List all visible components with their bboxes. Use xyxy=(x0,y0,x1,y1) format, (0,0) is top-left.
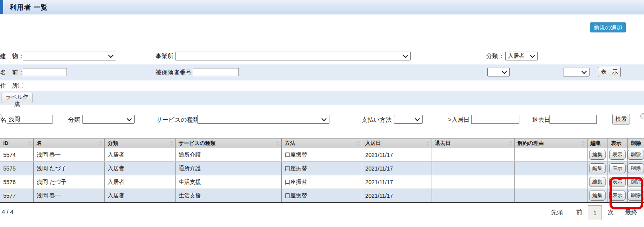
filter-small-select-1[interactable] xyxy=(487,68,510,76)
name-filter-input[interactable] xyxy=(23,68,67,76)
show-button[interactable]: 表 示 xyxy=(598,67,621,77)
add-new-button[interactable]: 新規の追加 xyxy=(590,22,626,32)
payment-method-label: 支払い方法 xyxy=(361,116,392,124)
moveout-date-input[interactable] xyxy=(549,115,597,124)
service-type-select[interactable] xyxy=(197,115,329,124)
col-header-reason[interactable]: 解約の理由 xyxy=(514,139,587,148)
cell-movein: 2021/11/17 xyxy=(362,175,432,189)
col-header-service[interactable]: サービスの種類 xyxy=(175,139,281,148)
cell-method: 口座振替 xyxy=(281,162,362,175)
cell-method: 口座振替 xyxy=(281,148,362,162)
name-filter-label: 名 前： xyxy=(0,69,24,76)
moveout-date-label: 退去日 xyxy=(532,116,550,124)
edit-button[interactable]: 編集 xyxy=(589,163,606,173)
sort-icon xyxy=(170,141,173,146)
search-button[interactable]: 検索 xyxy=(612,114,630,125)
title-accent-bar xyxy=(0,0,3,14)
sort-icon xyxy=(276,141,279,146)
cell-reason xyxy=(514,189,587,203)
view-button[interactable]: 表示 xyxy=(609,163,626,173)
table-row: 5577浅岡 春一入居者生活支援口座振替2021/11/17編集表示削除 xyxy=(0,189,644,203)
cell-reason xyxy=(514,162,587,175)
address-checkbox[interactable] xyxy=(18,83,23,88)
edit-button[interactable]: 編集 xyxy=(589,150,606,160)
delete-button[interactable]: 削除 xyxy=(628,150,644,160)
cell-name: 浅岡 春一 xyxy=(33,148,104,162)
search-name-input[interactable] xyxy=(7,115,52,124)
view-button-cell: 表示 xyxy=(608,175,627,189)
right-edge-help-icon[interactable] xyxy=(640,113,644,119)
edit-button-cell: 編集 xyxy=(587,175,608,189)
results-table: ID 名 分類 サービスの種類 方法 入居日 退去日 解約の理由 編集 表示 削… xyxy=(0,138,644,203)
cell-movein: 2021/11/17 xyxy=(362,189,432,203)
page-title: 利用者 一覧 xyxy=(10,3,48,12)
insured-no-label: 被保険者番号： xyxy=(155,69,198,76)
office-select[interactable] xyxy=(175,52,411,60)
cell-reason xyxy=(514,148,587,162)
service-type-label: サービスの種類 xyxy=(156,116,199,124)
category-filter-label: 分類： xyxy=(486,52,504,60)
pagination-first[interactable]: 先頭 xyxy=(551,209,563,216)
col-header-category[interactable]: 分類 xyxy=(104,139,175,148)
table-body: 5574浅岡 春一入居者通所介護口座振替2021/11/17編集表示削除5575… xyxy=(0,148,644,203)
payment-method-select[interactable] xyxy=(394,115,423,124)
view-button[interactable]: 表示 xyxy=(609,177,626,187)
col-header-name[interactable]: 名 xyxy=(33,139,104,148)
delete-button-cell: 削除 xyxy=(627,189,644,203)
filter-band-row4 xyxy=(0,91,644,105)
table-row: 5576浅岡 たづ子入居者生活支援口座振替2021/11/17編集表示削除 xyxy=(0,175,644,189)
col-header-delete: 削除 xyxy=(627,139,644,148)
view-button[interactable]: 表示 xyxy=(609,150,626,160)
cell-id: 5574 xyxy=(0,148,33,162)
pagination-prev[interactable]: 前 xyxy=(576,209,582,216)
col-header-moveout[interactable]: 退去日 xyxy=(432,139,514,148)
sort-icon xyxy=(426,141,430,146)
edit-button-cell: 編集 xyxy=(587,189,608,203)
cell-id: 5576 xyxy=(0,175,33,189)
insured-no-input[interactable] xyxy=(193,68,239,76)
delete-button[interactable]: 削除 xyxy=(628,191,644,201)
building-select[interactable] xyxy=(23,52,116,60)
delete-button[interactable]: 削除 xyxy=(628,177,644,187)
filter-small-select-2[interactable] xyxy=(563,68,589,76)
cell-moveout xyxy=(432,162,514,175)
cell-reason xyxy=(514,175,587,189)
delete-button[interactable]: 削除 xyxy=(628,163,644,173)
building-label: 建 物： xyxy=(0,52,24,60)
chevron-down-icon xyxy=(108,53,113,58)
page-title-band: 利用者 一覧 xyxy=(0,0,644,14)
cell-movein: 2021/11/17 xyxy=(362,162,432,175)
movein-date-label: >入居日 xyxy=(448,116,470,124)
chevron-down-icon xyxy=(127,116,132,121)
pagination-next[interactable]: 次 xyxy=(608,209,614,216)
record-range: 1-4 / 4 xyxy=(0,208,14,215)
edit-button[interactable]: 編集 xyxy=(589,177,606,187)
search-category-select[interactable] xyxy=(82,115,135,124)
cell-name: 浅岡 たづ子 xyxy=(33,175,104,189)
chevron-down-icon xyxy=(403,53,408,58)
filter-band-row2 xyxy=(0,64,644,80)
edit-button-cell: 編集 xyxy=(587,148,608,162)
table-header-row: ID 名 分類 サービスの種類 方法 入居日 退去日 解約の理由 編集 表示 削… xyxy=(0,139,644,148)
cell-moveout xyxy=(432,189,514,203)
view-button[interactable]: 表示 xyxy=(609,191,626,201)
address-label: 住 所 xyxy=(0,82,18,90)
col-header-method[interactable]: 方法 xyxy=(281,139,362,148)
col-header-movein[interactable]: 入居日 xyxy=(362,139,432,148)
category-filter-select[interactable]: 入居者 xyxy=(505,52,538,60)
sort-icon xyxy=(357,141,360,146)
table-row: 5575浅岡 たづ子入居者通所介護口座振替2021/11/17編集表示削除 xyxy=(0,162,644,175)
col-header-id[interactable]: ID xyxy=(0,139,33,148)
edit-button[interactable]: 編集 xyxy=(589,191,606,201)
chevron-down-icon xyxy=(502,69,507,74)
pagination-last[interactable]: 最終 xyxy=(625,209,637,216)
delete-button-cell: 削除 xyxy=(627,162,644,175)
pagination-current-page[interactable]: 1 xyxy=(588,205,602,220)
search-name-label: 名 xyxy=(0,116,6,124)
movein-date-input[interactable] xyxy=(471,115,519,124)
chevron-down-icon xyxy=(415,116,420,121)
user-list-page: 利用者 一覧 新規の追加 建 物： 事業所： 分類： 入居者 名 前： 被保険者… xyxy=(0,0,644,227)
label-create-button[interactable]: ラベル作成 xyxy=(2,93,32,103)
edit-button-cell: 編集 xyxy=(587,162,608,175)
cell-name: 浅岡 たづ子 xyxy=(33,162,104,175)
